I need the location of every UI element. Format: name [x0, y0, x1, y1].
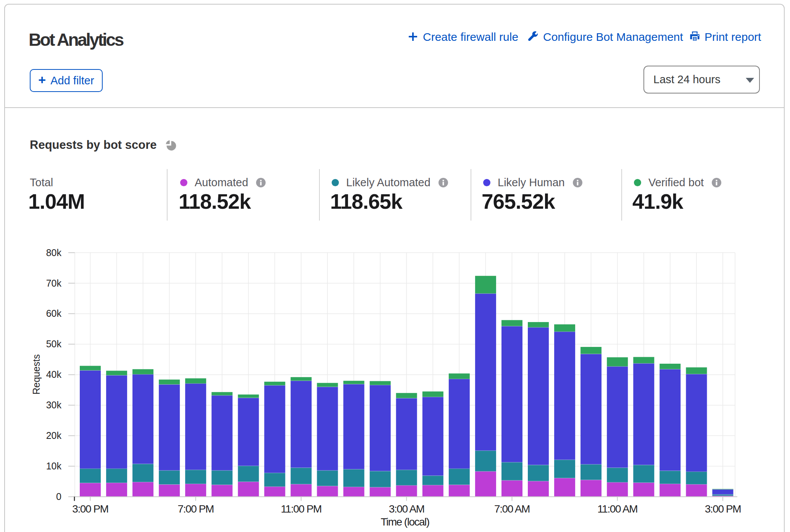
svg-text:70k: 70k — [46, 278, 62, 289]
svg-text:7:00 PM: 7:00 PM — [177, 503, 214, 515]
svg-text:7:00 AM: 7:00 AM — [494, 503, 530, 515]
svg-text:0: 0 — [56, 491, 61, 502]
svg-text:30k: 30k — [46, 400, 62, 410]
svg-text:3:00 AM: 3:00 AM — [389, 503, 424, 515]
svg-text:40k: 40k — [46, 369, 62, 380]
svg-text:80k: 80k — [46, 247, 62, 258]
svg-text:20k: 20k — [46, 430, 62, 441]
svg-text:50k: 50k — [46, 339, 62, 349]
svg-text:60k: 60k — [46, 308, 62, 319]
svg-text:3:00 PM: 3:00 PM — [705, 503, 741, 515]
svg-text:10k: 10k — [46, 461, 62, 471]
svg-text:Requests: Requests — [31, 354, 42, 395]
svg-text:3:00 PM: 3:00 PM — [72, 503, 108, 515]
svg-text:Time (local): Time (local) — [380, 516, 429, 528]
svg-text:11:00 AM: 11:00 AM — [597, 503, 637, 515]
svg-text:11:00 PM: 11:00 PM — [281, 503, 322, 515]
